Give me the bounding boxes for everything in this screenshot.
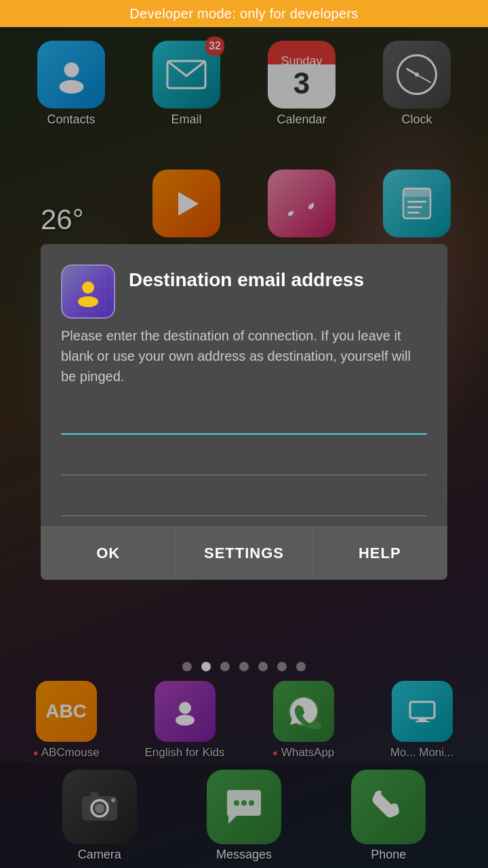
- svg-point-9: [82, 281, 94, 294]
- dialog-input-3[interactable]: [61, 489, 427, 516]
- help-button[interactable]: HELP: [312, 527, 447, 580]
- dialog-input-2[interactable]: [61, 448, 427, 475]
- dialog-title: Destination email address: [129, 268, 427, 292]
- dialog-button-row: OK SETTINGS HELP: [41, 526, 447, 580]
- dialog-body: Please enter the destination of connecti…: [61, 326, 427, 387]
- email-dialog: Destination email address Please enter t…: [41, 244, 447, 580]
- svg-point-10: [78, 296, 98, 307]
- developer-banner: Developer mode: only for developers: [0, 0, 488, 27]
- dialog-input-1[interactable]: [61, 407, 427, 435]
- dialog-app-icon: [61, 264, 115, 319]
- developer-banner-text: Developer mode: only for developers: [129, 6, 358, 22]
- settings-button[interactable]: SETTINGS: [176, 527, 312, 580]
- person-app-icon: [73, 276, 104, 307]
- ok-button[interactable]: OK: [41, 527, 176, 580]
